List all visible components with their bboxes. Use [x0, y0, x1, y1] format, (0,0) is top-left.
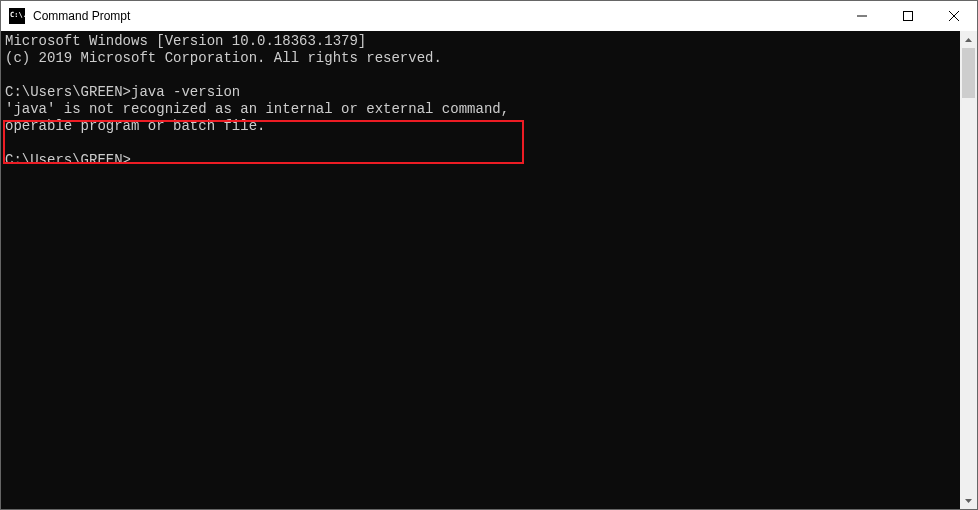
scroll-thumb[interactable]: [962, 48, 975, 98]
chevron-down-icon: [965, 499, 972, 503]
prompt-path: C:\Users\GREEN>: [5, 84, 131, 100]
app-icon-text: C:\.: [10, 11, 27, 19]
error-line-1: 'java' is not recognized as an internal …: [5, 101, 956, 118]
scroll-up-button[interactable]: [960, 31, 977, 48]
blank-line: [5, 67, 956, 84]
blank-line: [5, 135, 956, 152]
prompt-path: C:\Users\GREEN>: [5, 152, 131, 168]
window-title: Command Prompt: [33, 9, 130, 23]
app-icon: C:\.: [9, 8, 25, 24]
chevron-up-icon: [965, 38, 972, 42]
error-line-2: operable program or batch file.: [5, 118, 956, 135]
maximize-button[interactable]: [885, 1, 931, 31]
vertical-scrollbar[interactable]: [960, 31, 977, 509]
scroll-down-button[interactable]: [960, 492, 977, 509]
close-icon: [949, 11, 959, 21]
copyright-line: (c) 2019 Microsoft Corporation. All righ…: [5, 50, 956, 67]
prompt-command: java -version: [131, 84, 240, 100]
minimize-icon: [857, 11, 867, 21]
prompt-line-2: C:\Users\GREEN>: [5, 152, 956, 169]
minimize-button[interactable]: [839, 1, 885, 31]
window-controls: [839, 1, 977, 31]
command-prompt-window: C:\. Command Prompt Microsoft W: [0, 0, 978, 510]
terminal[interactable]: Microsoft Windows [Version 10.0.18363.13…: [1, 31, 960, 509]
titlebar[interactable]: C:\. Command Prompt: [1, 1, 977, 31]
version-line: Microsoft Windows [Version 10.0.18363.13…: [5, 33, 956, 50]
scroll-track[interactable]: [960, 48, 977, 492]
close-button[interactable]: [931, 1, 977, 31]
prompt-line-1: C:\Users\GREEN>java -version: [5, 84, 956, 101]
svg-rect-1: [904, 12, 913, 21]
maximize-icon: [903, 11, 913, 21]
terminal-container: Microsoft Windows [Version 10.0.18363.13…: [1, 31, 977, 509]
